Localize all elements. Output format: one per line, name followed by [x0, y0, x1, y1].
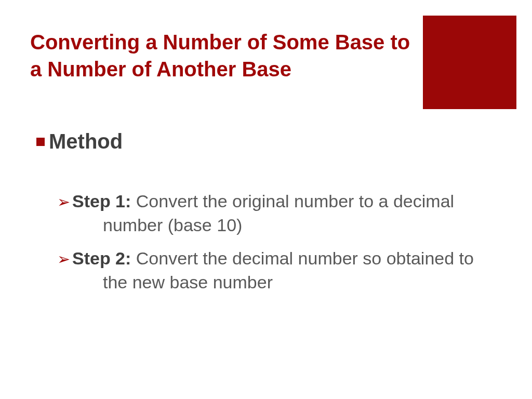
square-bullet-icon — [36, 138, 45, 146]
step-label: Step 1: — [72, 191, 131, 211]
step-label: Step 2: — [72, 248, 131, 268]
step-body: Convert the decimal number so obtained t… — [103, 248, 474, 292]
slide-content: Method ➢Step 1: Convert the original num… — [36, 130, 496, 304]
step-item: ➢Step 1: Convert the original number to … — [57, 190, 496, 237]
decor-square — [423, 16, 516, 109]
method-line: Method — [36, 130, 496, 153]
step-item: ➢Step 2: Convert the decimal number so o… — [57, 247, 496, 295]
arrow-bullet-icon: ➢ — [57, 250, 70, 268]
method-label: Method — [49, 130, 123, 153]
step-body: Convert the original number to a decimal… — [103, 191, 454, 235]
slide-title: Converting a Number of Some Base to a Nu… — [30, 29, 425, 83]
arrow-bullet-icon: ➢ — [57, 193, 70, 210]
